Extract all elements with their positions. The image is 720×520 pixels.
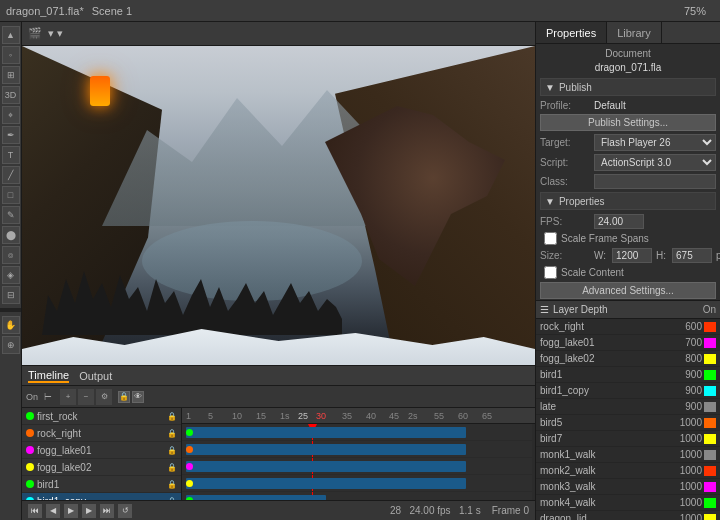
depth-color-swatch <box>704 498 716 508</box>
depth-row[interactable]: monk1_walk 1000 <box>536 447 720 463</box>
lock-icon: 🔒 <box>167 446 177 455</box>
frame-row <box>182 492 532 500</box>
play-btn[interactable]: ▶ <box>64 504 78 518</box>
depth-row[interactable]: monk3_walk 1000 <box>536 479 720 495</box>
script-label: Script: <box>540 157 590 168</box>
depth-number: 1000 <box>667 417 702 428</box>
zoom-level[interactable]: 75% <box>684 5 706 17</box>
depth-row[interactable]: late 900 <box>536 399 720 415</box>
tool-3d[interactable]: 3D <box>2 86 20 104</box>
tool-subselect[interactable]: ◦ <box>2 46 20 64</box>
loop-btn[interactable]: ↺ <box>118 504 132 518</box>
depth-row[interactable]: rock_right 600 <box>536 319 720 335</box>
tool-brush[interactable]: ⬤ <box>2 226 20 244</box>
depth-row[interactable]: bird1_copy 900 <box>536 383 720 399</box>
depth-layer-name: monk3_walk <box>540 481 665 492</box>
depth-row[interactable]: bird1 900 <box>536 367 720 383</box>
tool-eyedropper[interactable]: ◈ <box>2 266 20 284</box>
depth-color-swatch <box>704 434 716 444</box>
tool-lasso[interactable]: ⌖ <box>2 106 20 124</box>
next-frame-btn[interactable]: ▶ <box>82 504 96 518</box>
scale-content-checkbox[interactable] <box>544 266 557 279</box>
depth-row[interactable]: bird7 1000 <box>536 431 720 447</box>
output-tab[interactable]: Output <box>79 370 112 382</box>
class-input[interactable] <box>594 174 716 189</box>
layer-row[interactable]: fogg_lake01 🔒 <box>22 442 181 459</box>
timeline-body: first_rock 🔒 rock_right 🔒 fogg_lake01 🔒 <box>22 408 535 500</box>
timeline-tab[interactable]: Timeline <box>28 369 69 383</box>
timeline-frames-area[interactable]: 1 5 10 15 1s 25 30 35 40 45 2s 55 60 65 <box>182 408 535 500</box>
properties-tab[interactable]: Properties <box>536 22 607 43</box>
tool-hand[interactable]: ✋ <box>2 316 20 334</box>
expand-icon: ⊢ <box>44 392 52 402</box>
publish-settings-btn[interactable]: Publish Settings... <box>540 114 716 131</box>
tool-pen[interactable]: ✒ <box>2 126 20 144</box>
scale-frames-checkbox[interactable] <box>544 232 557 245</box>
frame-bar <box>186 427 466 438</box>
stage-container <box>22 46 535 365</box>
layer-depth-icon: ☰ <box>540 304 549 315</box>
delete-layer-btn[interactable]: − <box>78 389 94 405</box>
script-select[interactable]: ActionScript 3.0 <box>594 154 716 171</box>
height-input[interactable] <box>672 248 712 263</box>
frame-row <box>182 458 532 475</box>
advanced-settings-btn[interactable]: Advanced Settings... <box>540 282 716 299</box>
depth-row[interactable]: fogg_lake01 700 <box>536 335 720 351</box>
tool-select[interactable]: ▲ <box>2 26 20 44</box>
tool-line[interactable]: ╱ <box>2 166 20 184</box>
ruler-mark: 25 <box>298 411 308 421</box>
depth-number: 900 <box>667 369 702 380</box>
tool-paint-bucket[interactable]: ⌾ <box>2 246 20 264</box>
depth-number: 800 <box>667 353 702 364</box>
tool-zoom[interactable]: ⊕ <box>2 336 20 354</box>
depth-layer-name: fogg_lake01 <box>540 337 665 348</box>
add-layer-btn[interactable]: + <box>60 389 76 405</box>
tool-rect[interactable]: □ <box>2 186 20 204</box>
fps-input[interactable] <box>594 214 644 229</box>
frame-bar <box>186 495 326 500</box>
tool-eraser[interactable]: ⊟ <box>2 286 20 304</box>
library-tab[interactable]: Library <box>607 22 662 43</box>
target-select[interactable]: Flash Player 26 <box>594 134 716 151</box>
depth-row[interactable]: bird5 1000 <box>536 415 720 431</box>
depth-color-swatch <box>704 450 716 460</box>
tool-text[interactable]: T <box>2 146 20 164</box>
profile-label: Profile: <box>540 100 590 111</box>
next-keyframe-btn[interactable]: ⏭ <box>100 504 114 518</box>
tool-free-transform[interactable]: ⊞ <box>2 66 20 84</box>
depth-number: 600 <box>667 321 702 332</box>
depth-color-swatch <box>704 370 716 380</box>
ruler-mark: 2s <box>408 411 418 421</box>
h-label: H: <box>656 250 666 261</box>
prev-keyframe-btn[interactable]: ⏮ <box>28 504 42 518</box>
properties-section-header[interactable]: ▼ Properties <box>540 192 716 210</box>
script-row: Script: ActionScript 3.0 <box>540 154 716 171</box>
prev-frame-btn[interactable]: ◀ <box>46 504 60 518</box>
ruler-mark: 5 <box>208 411 213 421</box>
keyframe-dot <box>186 480 193 487</box>
depth-row[interactable]: fogg_lake02 800 <box>536 351 720 367</box>
ruler-mark: 65 <box>482 411 492 421</box>
ruler-mark: 40 <box>366 411 376 421</box>
layer-row[interactable]: rock_right 🔒 <box>22 425 181 442</box>
publish-section-header[interactable]: ▼ Publish <box>540 78 716 96</box>
layer-props-btn[interactable]: ⚙ <box>96 389 112 405</box>
depth-row[interactable]: monk4_walk 1000 <box>536 495 720 511</box>
bottom-panels: Timeline Output On ⊢ + − ⚙ 🔒 👁 firs <box>22 365 535 520</box>
layer-names-panel: first_rock 🔒 rock_right 🔒 fogg_lake01 🔒 <box>22 408 182 500</box>
ruler-mark: 15 <box>256 411 266 421</box>
layer-row[interactable]: bird1 🔒 <box>22 476 181 493</box>
lock-all-btn[interactable]: 🔒 <box>118 391 130 403</box>
layer-color-dot <box>26 446 34 454</box>
width-input[interactable] <box>612 248 652 263</box>
layer-row[interactable]: fogg_lake02 🔒 <box>22 459 181 476</box>
depth-row[interactable]: monk2_walk 1000 <box>536 463 720 479</box>
layer-row[interactable]: first_rock 🔒 <box>22 408 181 425</box>
depth-number: 1000 <box>667 433 702 444</box>
hide-all-btn[interactable]: 👁 <box>132 391 144 403</box>
depth-row[interactable]: dragon_lid 1000 <box>536 511 720 520</box>
depth-number: 900 <box>667 401 702 412</box>
tool-pencil[interactable]: ✎ <box>2 206 20 224</box>
layer-row[interactable]: bird1_copy 🔒 <box>22 493 181 500</box>
layer-color-dot <box>26 412 34 420</box>
